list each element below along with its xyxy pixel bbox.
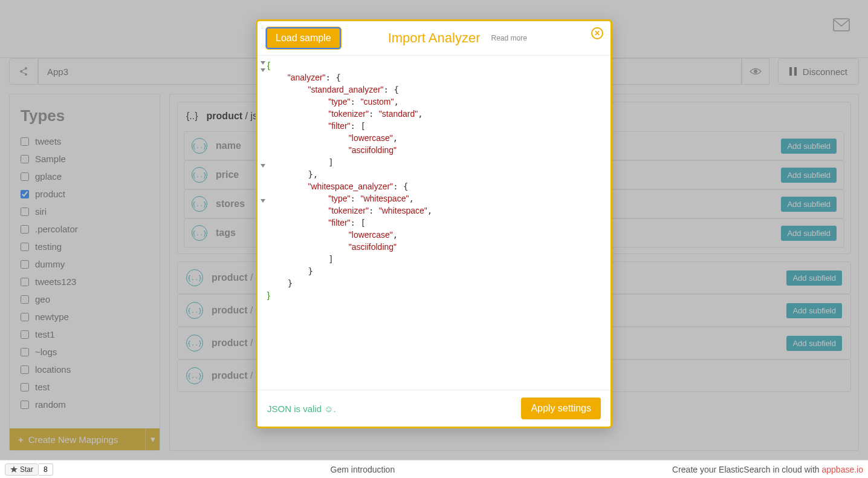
appbase-link[interactable]: appbase.io (821, 465, 863, 474)
star-count: 8 (39, 463, 53, 476)
apply-settings-button[interactable]: Apply settings (521, 398, 601, 419)
code-content[interactable]: { "analyzer": { "standard_analyzer": { "… (267, 59, 604, 386)
footer-center-link[interactable]: Gem introduction (53, 465, 672, 474)
footer: Star 8 Gem introduction Create your Elas… (0, 460, 868, 478)
code-editor[interactable]: { "analyzer": { "standard_analyzer": { "… (257, 55, 611, 390)
github-star-button[interactable]: Star (5, 463, 39, 476)
read-more-link[interactable]: Read more (491, 34, 526, 42)
import-analyzer-modal: Load sample Import Analyzer Read more ✕ … (256, 19, 612, 428)
star-icon (10, 466, 18, 473)
fold-gutter[interactable] (259, 59, 267, 386)
validation-message: JSON is valid ☺. (267, 404, 336, 414)
modal-title: Import Analyzer (388, 30, 481, 46)
footer-right: Create your ElasticSearch in cloud with … (672, 465, 863, 474)
close-icon[interactable]: ✕ (591, 27, 603, 39)
load-sample-button[interactable]: Load sample (266, 27, 341, 49)
